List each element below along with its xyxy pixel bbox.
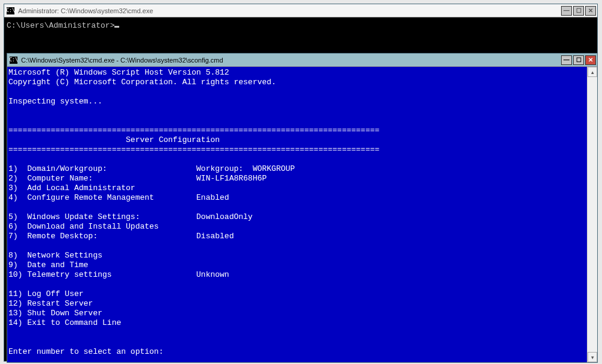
window-title: C:\Windows\System32\cmd.exe - C:\Windows…: [21, 57, 561, 64]
sconfig-window: C:\ C:\Windows\System32\cmd.exe - C:\Win…: [7, 53, 598, 363]
close-button[interactable]: ✕: [585, 55, 596, 65]
prompt-text: C:\Users\Administrator>: [7, 21, 114, 30]
cmd-icon: C:\: [7, 7, 14, 14]
maximize-button[interactable]: ☐: [573, 55, 584, 65]
maximize-button[interactable]: ☐: [573, 6, 584, 16]
close-button[interactable]: ✕: [585, 6, 596, 16]
cmd-icon: C:\: [10, 57, 17, 64]
scroll-up-button[interactable]: ▴: [588, 67, 597, 77]
window-title: Administrator: C:\Windows\system32\cmd.e…: [18, 7, 561, 14]
titlebar[interactable]: C:\ Administrator: C:\Windows\system32\c…: [4, 4, 597, 17]
terminal-body[interactable]: Microsoft (R) Windows Script Host Versio…: [7, 67, 587, 362]
scroll-down-button[interactable]: ▾: [588, 352, 597, 362]
minimize-button[interactable]: —: [561, 6, 572, 16]
minimize-button[interactable]: —: [561, 55, 572, 65]
cursor-icon: [114, 26, 119, 28]
titlebar[interactable]: C:\ C:\Windows\System32\cmd.exe - C:\Win…: [7, 54, 597, 67]
scrollbar[interactable]: ▴ ▾: [587, 67, 597, 362]
